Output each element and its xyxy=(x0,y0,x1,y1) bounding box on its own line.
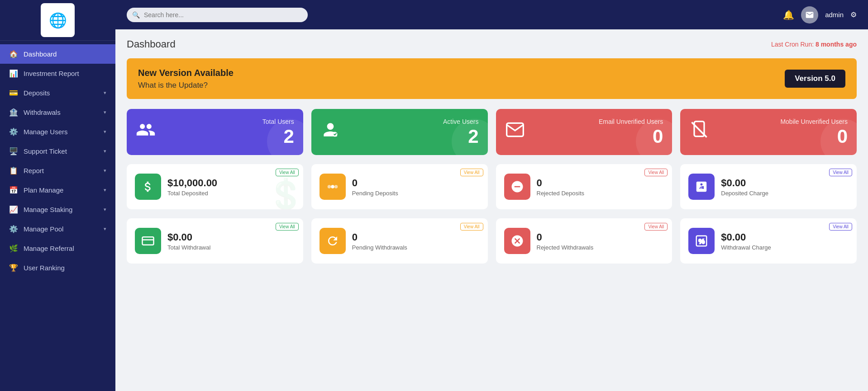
stats-grid: Total Users 2 Active Users 2 xyxy=(127,109,857,155)
info-card-value: $0.00 xyxy=(167,231,295,243)
info-card-label: Pending Withdrawals xyxy=(352,244,480,251)
view-all-rejected-deposits[interactable]: View All xyxy=(644,169,668,176)
cron-value: 8 months ago xyxy=(816,41,857,48)
sidebar-item-manage-users[interactable]: ⚙️ Manage Users ▾ xyxy=(0,122,115,141)
view-all-pending-deposits[interactable]: View All xyxy=(460,169,483,176)
sidebar: 🌐 🏠 Dashboard 📊 Investment Report 💳 Depo… xyxy=(0,0,115,391)
sidebar-item-label: Dashboard xyxy=(24,50,57,58)
chevron-down-icon: ▾ xyxy=(104,187,106,193)
sidebar-item-report[interactable]: 📋 Report ▾ xyxy=(0,161,115,180)
stat-label: Mobile Unverified Users xyxy=(780,118,848,125)
sidebar-item-user-ranking[interactable]: 🏆 User Ranking xyxy=(0,258,115,278)
percent-icon: % xyxy=(688,174,715,200)
info-card-label: Deposited Charge xyxy=(721,190,849,197)
search-wrapper xyxy=(127,8,308,22)
svg-point-4 xyxy=(331,185,334,188)
info-card-rejected-withdrawals: View All 0 Rejected Withdrawals xyxy=(496,218,672,264)
info-card-body: $0.00 Deposited Charge xyxy=(721,177,849,197)
new-version-banner: New Version Available What is the Update… xyxy=(127,58,857,99)
chevron-down-icon: ▾ xyxy=(104,226,106,232)
stat-value: 2 xyxy=(443,127,479,146)
rejected-withdrawal-icon xyxy=(504,228,530,254)
view-all-withdrawal-charge[interactable]: View All xyxy=(829,223,852,231)
cron-label: Last Cron Run: xyxy=(771,41,814,48)
svg-rect-8 xyxy=(143,237,154,245)
stat-card-total-users[interactable]: Total Users 2 xyxy=(127,109,303,155)
pending-icon xyxy=(320,174,346,200)
avatar[interactable] xyxy=(801,6,818,24)
chevron-down-icon: ▾ xyxy=(104,168,106,174)
cron-info: Last Cron Run: 8 months ago xyxy=(771,41,857,48)
admin-name: admin xyxy=(825,11,844,19)
info-card-body: $10,000.00 Total Deposited xyxy=(167,177,295,197)
withdrawal-cards-grid: View All $0.00 Total Withdrawal View All xyxy=(127,218,857,264)
banner-text: New Version Available What is the Update… xyxy=(138,68,234,90)
sidebar-item-plan-manage[interactable]: 📅 Plan Manage ▾ xyxy=(0,180,115,200)
mobile-off-icon xyxy=(689,120,709,144)
stat-card-email-unverified[interactable]: Email Unverified Users 0 xyxy=(496,109,672,155)
info-card-body: $0.00 Withdrawal Charge xyxy=(721,231,849,251)
info-card-body: 0 Rejected Withdrawals xyxy=(537,231,664,251)
sidebar-item-manage-staking[interactable]: 📈 Manage Staking ▾ xyxy=(0,200,115,219)
stat-card-right: Total Users 2 xyxy=(262,118,294,146)
sidebar-item-label: Manage Pool xyxy=(24,225,63,233)
info-card-label: Withdrawal Charge xyxy=(721,244,849,251)
info-card-rejected-deposits: View All 0 Rejected Deposits xyxy=(496,164,672,209)
chevron-down-icon: ▾ xyxy=(104,207,106,212)
notification-button[interactable]: 🔔 xyxy=(783,9,794,20)
view-all-deposited-charge[interactable]: View All xyxy=(829,169,852,176)
sidebar-item-label: Report xyxy=(24,167,44,174)
withdrawal-icon xyxy=(135,228,161,254)
info-card-value: $0.00 xyxy=(721,177,849,189)
sidebar-item-investment-report[interactable]: 📊 Investment Report xyxy=(0,64,115,83)
info-card-total-deposited: View All $10,000.00 Total Deposited 💲 xyxy=(127,164,303,209)
svg-text:%: % xyxy=(699,237,705,245)
sidebar-item-withdrawals[interactable]: 🏦 Withdrawals ▾ xyxy=(0,103,115,122)
header: 🔔 admin ⚙ xyxy=(115,0,868,29)
view-all-pending-withdrawals[interactable]: View All xyxy=(460,223,483,231)
monitor-icon: 🖥️ xyxy=(9,147,18,155)
banner-sub-text: What is the Update? xyxy=(138,81,234,90)
info-card-value: 0 xyxy=(352,177,480,189)
version-badge: Version 5.0 xyxy=(785,70,845,88)
pool-icon: ⚙️ xyxy=(9,225,18,233)
search-input[interactable] xyxy=(127,8,308,22)
sidebar-item-manage-referral[interactable]: 🌿 Manage Referral xyxy=(0,239,115,258)
stat-card-right: Mobile Unverified Users 0 xyxy=(780,118,848,146)
svg-point-6 xyxy=(334,185,338,188)
stat-label: Active Users xyxy=(443,118,479,125)
stat-card-right: Email Unverified Users 0 xyxy=(599,118,663,146)
stat-card-mobile-unverified[interactable]: Mobile Unverified Users 0 xyxy=(680,109,857,155)
sidebar-item-label: Deposits xyxy=(24,89,50,97)
gear-icon: ⚙️ xyxy=(9,127,18,136)
view-all-total-withdrawal[interactable]: View All xyxy=(276,223,299,231)
sidebar-logo: 🌐 xyxy=(0,0,115,41)
view-all-rejected-withdrawals[interactable]: View All xyxy=(644,223,668,231)
sidebar-item-label: Plan Manage xyxy=(24,186,63,194)
ranking-icon: 🏆 xyxy=(9,264,18,272)
info-card-total-withdrawal: View All $0.00 Total Withdrawal xyxy=(127,218,303,264)
chevron-down-icon: ▾ xyxy=(104,109,106,115)
sidebar-nav: 🏠 Dashboard 📊 Investment Report 💳 Deposi… xyxy=(0,41,115,281)
settings-icon[interactable]: ⚙ xyxy=(850,10,857,19)
stat-label: Email Unverified Users xyxy=(599,118,663,125)
chart-icon: 📊 xyxy=(9,69,18,78)
svg-text:%: % xyxy=(699,186,703,192)
stat-card-active-users[interactable]: Active Users 2 xyxy=(311,109,488,155)
sidebar-item-deposits[interactable]: 💳 Deposits ▾ xyxy=(0,83,115,103)
sidebar-item-label: Investment Report xyxy=(24,70,79,77)
report-icon: 📋 xyxy=(9,166,18,175)
stat-value: 0 xyxy=(599,127,663,146)
view-all-total-deposited[interactable]: View All xyxy=(276,169,299,176)
sidebar-item-manage-pool[interactable]: ⚙️ Manage Pool ▾ xyxy=(0,219,115,239)
sidebar-item-dashboard[interactable]: 🏠 Dashboard xyxy=(0,44,115,64)
info-card-body: 0 Pending Deposits xyxy=(352,177,480,197)
stat-card-right: Active Users 2 xyxy=(443,118,479,146)
sidebar-item-label: Manage Users xyxy=(24,128,68,136)
sidebar-item-support-ticket[interactable]: 🖥️ Support Ticket ▾ xyxy=(0,141,115,161)
sidebar-item-label: Manage Staking xyxy=(24,206,72,213)
sidebar-item-label: Withdrawals xyxy=(24,108,61,116)
stat-label: Total Users xyxy=(262,118,294,125)
info-card-body: 0 Pending Withdrawals xyxy=(352,231,480,251)
withdrawal-charge-icon: % xyxy=(688,228,715,254)
